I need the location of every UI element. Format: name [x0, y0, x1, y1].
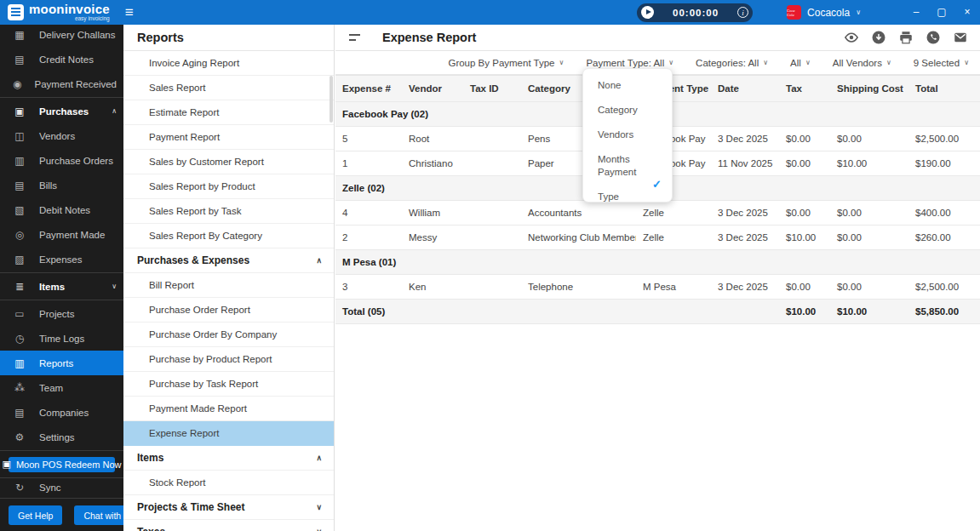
sidebar-item-vendors[interactable]: ◫Vendors [0, 123, 123, 148]
report-item-bill-report[interactable]: Bill Report [123, 273, 334, 298]
chevron-up-icon: ∧ [316, 256, 322, 265]
filter-label: Group By Payment Type [448, 58, 554, 68]
timer-play-button[interactable] [641, 6, 654, 19]
window-close-button[interactable]: × [954, 0, 980, 25]
sidebar-item-time-logs[interactable]: ◷Time Logs [0, 326, 123, 351]
moon-pos-redeem-button[interactable]: ▣ Moon POS Redeem Now [9, 457, 115, 472]
payment-made-icon: ◎ [13, 229, 26, 241]
sidebar-item-bills[interactable]: ▤Bills [0, 173, 123, 197]
sidebar-item-label: Time Logs [39, 334, 84, 344]
sidebar-item-label: Delivery Challans [39, 30, 115, 40]
filter-all[interactable]: All∨ [790, 58, 811, 68]
sidebar-item-payment-received[interactable]: ◉Payment Received [0, 71, 123, 96]
sidebar-item-team[interactable]: ⁂Team [0, 375, 123, 400]
timer-info-icon[interactable]: i [737, 7, 748, 18]
table-row[interactable]: 4WilliamAccountantsZelle3 Dec 2025$0.00$… [335, 201, 980, 226]
chat-with-us-button[interactable]: Chat with Us [74, 505, 123, 525]
company-selector[interactable]: Coca Cola Cocacola ∨ [787, 5, 861, 20]
report-section-projects-time-sheet[interactable]: Projects & Time Sheet∨ [123, 495, 334, 520]
report-item-sales-report-by-product[interactable]: Sales Report by Product [123, 174, 334, 199]
report-section-items[interactable]: Items∧ [123, 446, 334, 471]
filter-categories-all[interactable]: Categories: All∨ [696, 58, 768, 68]
cell-tax-id [463, 231, 521, 244]
table-row[interactable]: 3KenTelephoneM Pesa3 Dec 2025$0.00$0.00$… [335, 275, 980, 300]
total-cell-tax: $10.00 [779, 300, 830, 323]
reports-scrollbar[interactable] [330, 76, 333, 123]
delivery-challans-icon: ▦ [13, 29, 26, 41]
filter-payment-type-all[interactable]: Payment Type: All∨ [586, 58, 673, 68]
cell-date: 3 Dec 2025 [711, 201, 779, 225]
report-item-purchase-order-report[interactable]: Purchase Order Report [123, 298, 334, 323]
sidebar-item-companies[interactable]: ▤Companies [0, 400, 123, 425]
filter-9-selected[interactable]: 9 Selected∨ [914, 58, 969, 68]
report-item-purchase-by-task-report[interactable]: Purchase by Task Report [123, 372, 334, 397]
report-item-stock-report[interactable]: Stock Report [123, 471, 334, 495]
sidebar-item-payment-made[interactable]: ◎Payment Made [0, 222, 123, 247]
sort-filter-icon[interactable] [349, 33, 362, 42]
report-item-expense-report[interactable]: Expense Report [123, 421, 334, 446]
whatsapp-icon[interactable] [926, 30, 941, 45]
report-item-sales-report[interactable]: Sales Report [123, 76, 334, 100]
column-header-total: Total [908, 76, 980, 101]
cell-category: Telephone [521, 275, 636, 299]
sidebar-item-delivery-challans[interactable]: ▦Delivery Challans [0, 25, 123, 47]
dropdown-option-label: Vendors [598, 123, 633, 147]
column-header-tax: Tax [779, 76, 830, 101]
report-item-sales-report-by-category[interactable]: Sales Report By Category [123, 224, 334, 248]
report-item-purchase-order-by-company[interactable]: Purchase Order By Company [123, 323, 334, 347]
filter-group-by-payment-type[interactable]: Group By Payment Type∨ [448, 58, 564, 68]
report-item-payment-report[interactable]: Payment Report [123, 125, 334, 150]
sidebar-item-settings[interactable]: ⚙Settings [0, 425, 123, 449]
report-section-purchases-expenses[interactable]: Purchases & Expenses∧ [123, 248, 334, 273]
reports-icon: ▥ [13, 357, 26, 369]
filter-label: All [790, 58, 801, 68]
report-item-sales-by-customer-report[interactable]: Sales by Customer Report [123, 150, 334, 174]
window-minimize-button[interactable]: – [903, 0, 929, 25]
cell-category: Networking Club Memberships [521, 226, 636, 249]
purchases-icon: ▣ [13, 106, 26, 117]
report-item-estimate-report[interactable]: Estimate Report [123, 100, 334, 125]
chevron-down-icon: ∨ [856, 9, 861, 16]
cell-tax-id [463, 206, 521, 220]
sidebar-item-projects[interactable]: ▭Projects [0, 301, 123, 326]
dropdown-option-none[interactable]: None [583, 73, 672, 98]
filter-label: All Vendors [833, 58, 882, 68]
report-item-label: Bill Report [149, 280, 194, 290]
report-item-sales-report-by-task[interactable]: Sales Report by Task [123, 199, 334, 224]
sidebar-item-credit-notes[interactable]: ▤Credit Notes [0, 47, 123, 71]
report-item-label: Sales by Customer Report [149, 157, 264, 167]
report-item-label: Estimate Report [149, 107, 219, 117]
filter-all-vendors[interactable]: All Vendors∨ [833, 58, 891, 68]
dropdown-option-payment-type[interactable]: Payment Type✓ [583, 172, 672, 197]
hamburger-menu-icon[interactable]: ≡ [125, 5, 134, 20]
sidebar-item-label: Vendors [39, 131, 75, 141]
sidebar-item-sync[interactable]: ↻ Sync [0, 479, 123, 498]
sidebar-divider [0, 97, 123, 98]
sidebar-item-items[interactable]: ≣Items∨ [0, 274, 123, 299]
report-item-payment-made-report[interactable]: Payment Made Report [123, 397, 334, 421]
sidebar-item-label: Debit Notes [39, 205, 90, 215]
filter-label: Payment Type: All [586, 58, 664, 68]
dropdown-option-category[interactable]: Category [583, 98, 672, 123]
sidebar-item-reports[interactable]: ▥Reports [0, 351, 123, 375]
report-section-taxes[interactable]: Taxes∨ [123, 520, 334, 531]
window-maximize-button[interactable]: ▢ [929, 0, 954, 25]
mail-icon[interactable] [953, 30, 968, 45]
table-row[interactable]: 2MessyNetworking Club MembershipsZelle3 … [335, 226, 980, 250]
sidebar-item-label: Bills [39, 180, 57, 191]
report-item-purchase-by-product-report[interactable]: Purchase by Product Report [123, 347, 334, 372]
download-icon[interactable] [871, 30, 886, 45]
company-logo: Coca Cola [787, 5, 801, 20]
view-icon[interactable] [844, 30, 859, 45]
chevron-down-icon: ∨ [763, 59, 768, 66]
sidebar-item-debit-notes[interactable]: ▧Debit Notes [0, 197, 123, 222]
print-icon[interactable] [898, 30, 914, 45]
dropdown-option-vendors[interactable]: Vendors [583, 123, 672, 147]
report-item-invoice-aging-report[interactable]: Invoice Aging Report [123, 51, 334, 76]
total-cell-date [711, 305, 779, 318]
sidebar-item-purchases[interactable]: ▣Purchases∧ [0, 99, 123, 123]
timer-value: 00:00:00 [654, 8, 737, 18]
sidebar-item-purchase-orders[interactable]: ▥Purchase Orders [0, 148, 123, 173]
sidebar-item-expenses[interactable]: ▨Expenses [0, 247, 123, 271]
get-help-button[interactable]: Get Help [9, 505, 62, 525]
